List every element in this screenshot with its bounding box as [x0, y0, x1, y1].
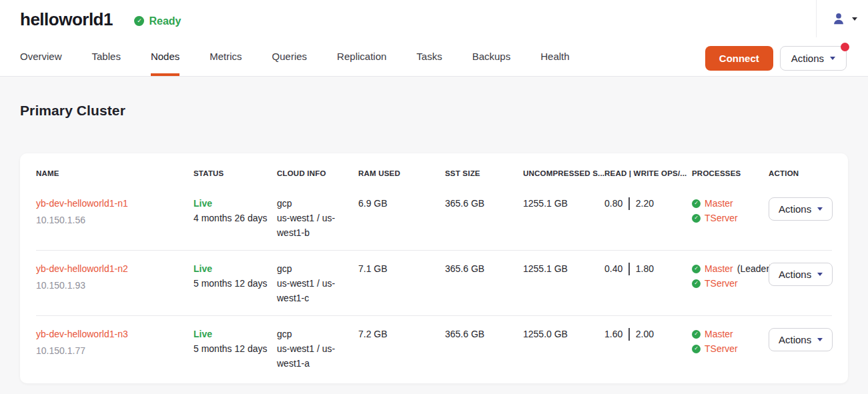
node-ip: 10.150.1.56 — [36, 213, 187, 227]
node-status: Live — [193, 327, 270, 341]
tab-tasks[interactable]: Tasks — [416, 38, 442, 76]
pipe-divider — [628, 263, 630, 275]
row-actions-button[interactable]: Actions — [769, 328, 833, 351]
chevron-down-icon — [852, 17, 857, 21]
col-uncompressed-size: UNCOMPRESSED S... — [523, 168, 604, 179]
tab-tables[interactable]: Tables — [92, 38, 121, 76]
process-master: ✓ Master (Leader) — [692, 261, 762, 276]
process-tserver: ✓ TServer — [692, 211, 762, 225]
status-badge-label: Ready — [149, 15, 181, 27]
table-header-row: NAME STATUS CLOUD INFO RAM USED SST SIZE… — [36, 163, 832, 185]
check-circle-icon: ✓ — [134, 16, 144, 26]
check-circle-icon: ✓ — [692, 330, 701, 339]
read-ops: 0.80 — [604, 196, 622, 211]
uncompressed-size-value: 1255.1 GB — [523, 261, 604, 276]
node-name-link[interactable]: yb-dev-helloworld1-n1 — [36, 198, 128, 209]
cloud-provider: gcp — [277, 261, 352, 276]
tab-backups[interactable]: Backups — [472, 38, 511, 76]
chevron-down-icon — [817, 338, 823, 341]
table-row: yb-dev-helloworld1-n3 10.150.1.77 Live 5… — [36, 315, 832, 381]
row-actions-label: Actions — [779, 203, 811, 215]
notification-dot — [841, 43, 849, 51]
chevron-down-icon — [830, 57, 835, 60]
node-name-link[interactable]: yb-dev-helloworld1-n3 — [36, 329, 128, 339]
pipe-divider — [628, 328, 630, 341]
col-cloud-info: CLOUD INFO — [277, 168, 358, 179]
node-name-link[interactable]: yb-dev-helloworld1-n2 — [36, 263, 128, 274]
tab-queries[interactable]: Queries — [272, 38, 308, 76]
check-circle-icon: ✓ — [692, 199, 701, 208]
process-master: ✓ Master — [692, 196, 762, 211]
check-circle-icon: ✓ — [692, 345, 701, 353]
tserver-link[interactable]: TServer — [705, 211, 738, 225]
read-write-ops-value: 0.40 1.80 — [604, 261, 692, 276]
process-master: ✓ Master — [692, 327, 762, 341]
check-circle-icon: ✓ — [692, 265, 701, 273]
nav-tabs: Overview Tables Nodes Metrics Queries Re… — [20, 38, 570, 76]
row-actions-label: Actions — [779, 334, 811, 345]
ram-used-value: 7.2 GB — [358, 327, 445, 341]
process-tserver: ✓ TServer — [692, 276, 762, 291]
check-circle-icon: ✓ — [692, 214, 701, 223]
master-link[interactable]: Master — [705, 327, 733, 341]
uncompressed-size-value: 1255.1 GB — [523, 196, 604, 211]
connect-button[interactable]: Connect — [705, 46, 773, 71]
chevron-down-icon — [817, 207, 823, 211]
page-title: Primary Cluster — [20, 103, 848, 119]
row-actions-label: Actions — [779, 269, 811, 280]
tab-replication[interactable]: Replication — [337, 38, 386, 76]
read-ops: 0.40 — [604, 261, 622, 276]
cloud-provider: gcp — [277, 196, 352, 211]
cloud-region-zone: us-west1 / us-west1-b — [277, 211, 348, 240]
col-action: ACTION — [769, 168, 832, 179]
ram-used-value: 7.1 GB — [358, 261, 445, 276]
top-bar: helloworld1 ✓ Ready — [0, 0, 868, 38]
universe-actions-button[interactable]: Actions — [780, 46, 847, 71]
col-read-write-ops: READ | WRITE OPS/... — [604, 168, 692, 179]
nav-bar: Overview Tables Nodes Metrics Queries Re… — [0, 38, 868, 77]
cloud-region-zone: us-west1 / us-west1-a — [277, 341, 348, 371]
col-ram-used: RAM USED — [358, 168, 445, 179]
nodes-table-card: NAME STATUS CLOUD INFO RAM USED SST SIZE… — [20, 153, 848, 383]
cloud-region-zone: us-west1 / us-west1-c — [277, 276, 348, 305]
tab-nodes[interactable]: Nodes — [151, 38, 179, 76]
sst-size-value: 365.6 GB — [445, 261, 523, 276]
node-status: Live — [193, 196, 270, 211]
tab-metrics[interactable]: Metrics — [209, 38, 242, 76]
cloud-provider: gcp — [277, 327, 352, 341]
table-row: yb-dev-helloworld1-n1 10.150.1.56 Live 4… — [36, 185, 832, 250]
process-tserver: ✓ TServer — [692, 341, 762, 356]
ram-used-value: 6.9 GB — [358, 196, 445, 211]
tserver-link[interactable]: TServer — [705, 276, 738, 291]
sst-size-value: 365.6 GB — [445, 327, 523, 341]
chevron-down-icon — [817, 273, 823, 276]
node-ip: 10.150.1.93 — [36, 278, 187, 293]
node-ip: 10.150.1.77 — [36, 343, 187, 358]
master-link[interactable]: Master — [705, 196, 733, 211]
master-link[interactable]: Master — [705, 261, 733, 276]
write-ops: 1.80 — [636, 261, 654, 276]
node-status: Live — [193, 261, 270, 276]
sst-size-value: 365.6 GB — [445, 196, 523, 211]
status-badge: ✓ Ready — [134, 15, 181, 27]
universe-title: helloworld1 — [20, 9, 113, 30]
col-name: NAME — [36, 168, 193, 179]
write-ops: 2.00 — [636, 327, 654, 341]
col-sst-size: SST SIZE — [445, 168, 523, 179]
uncompressed-size-value: 1255.0 GB — [523, 327, 604, 341]
tab-overview[interactable]: Overview — [20, 38, 62, 76]
node-uptime: 5 months 12 days — [193, 341, 270, 356]
table-row: yb-dev-helloworld1-n2 10.150.1.93 Live 5… — [36, 250, 832, 315]
node-uptime: 5 months 12 days — [193, 276, 270, 291]
row-actions-button[interactable]: Actions — [769, 263, 833, 286]
tab-health[interactable]: Health — [540, 38, 569, 76]
pipe-divider — [628, 197, 630, 210]
tserver-link[interactable]: TServer — [705, 341, 738, 356]
row-actions-button[interactable]: Actions — [769, 197, 833, 221]
user-menu[interactable] — [816, 0, 857, 37]
read-write-ops-value: 0.80 2.20 — [604, 196, 692, 211]
universe-actions-label: Actions — [791, 53, 824, 64]
check-circle-icon: ✓ — [692, 279, 701, 288]
main-content: Primary Cluster NAME STATUS CLOUD INFO R… — [0, 103, 868, 383]
user-icon — [831, 11, 846, 26]
